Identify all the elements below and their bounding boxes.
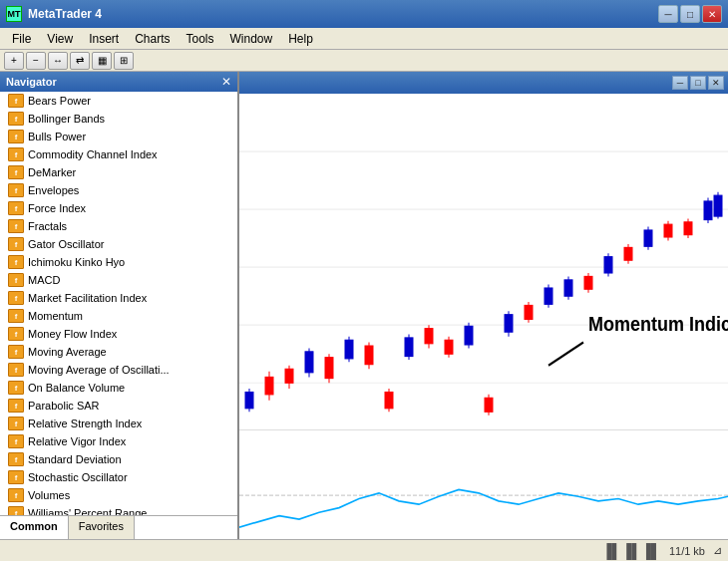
main-layout: Navigator ✕ fBears PowerfBollinger Bands… [0, 72, 728, 539]
toolbar-btn-1[interactable]: + [4, 52, 24, 70]
navigator-close-button[interactable]: ✕ [221, 76, 231, 88]
svg-rect-40 [465, 326, 473, 345]
nav-item[interactable]: fRelative Vigor Index [0, 432, 237, 450]
indicator-label: DeMarker [28, 166, 76, 178]
nav-item[interactable]: fDeMarker [0, 163, 237, 181]
nav-item[interactable]: fParabolic SAR [0, 397, 237, 415]
nav-item[interactable]: fEnvelopes [0, 181, 237, 199]
indicator-icon: f [8, 255, 24, 269]
svg-rect-20 [485, 398, 493, 412]
nav-item[interactable]: fFractals [0, 217, 237, 235]
inner-close-button[interactable]: ✕ [708, 76, 724, 90]
indicator-label: Money Flow Index [28, 328, 117, 340]
candle-chart: Momentum Indicator [239, 94, 728, 430]
indicator-icon: f [8, 219, 24, 233]
nav-item[interactable]: fMoney Flow Index [0, 325, 237, 343]
navigator-header: Navigator ✕ [0, 72, 237, 92]
menu-help[interactable]: Help [280, 30, 321, 48]
nav-item[interactable]: fCommodity Channel Index [0, 145, 237, 163]
nav-item[interactable]: fForce Index [0, 199, 237, 217]
svg-rect-24 [584, 276, 592, 289]
window-toolbar: + − ↔ ⇄ ▦ ⊞ [0, 50, 728, 72]
toolbar-btn-6[interactable]: ⊞ [114, 52, 134, 70]
indicator-label: Envelopes [28, 184, 79, 196]
indicator-label: Ichimoku Kinko Hyo [28, 256, 125, 268]
indicator-icon: f [8, 291, 24, 305]
inner-max-button[interactable]: □ [690, 76, 706, 90]
svg-rect-36 [345, 340, 353, 359]
close-button[interactable]: ✕ [702, 5, 722, 23]
indicator-label: Standard Deviation [28, 453, 122, 465]
indicator-icon: f [8, 273, 24, 287]
maximize-button[interactable]: □ [680, 5, 700, 23]
toolbar-btn-4[interactable]: ⇄ [70, 52, 90, 70]
indicator-icon: f [8, 417, 24, 430]
indicator-icon: f [8, 470, 24, 484]
menu-charts[interactable]: Charts [127, 30, 178, 48]
indicator-icon: f [8, 434, 24, 448]
toolbar-btn-3[interactable]: ↔ [48, 52, 68, 70]
svg-text:Momentum Indicator: Momentum Indicator [588, 312, 728, 336]
svg-rect-44 [545, 288, 552, 304]
nav-item[interactable]: fGator Oscillator [0, 235, 237, 253]
menu-bar: File View Insert Charts Tools Window Hel… [0, 28, 728, 50]
svg-rect-50 [644, 230, 652, 246]
indicator-icon: f [8, 112, 24, 126]
svg-rect-42 [505, 315, 513, 332]
indicator-icon: f [8, 147, 24, 161]
status-info: 11/1 kb [669, 545, 705, 557]
svg-rect-22 [525, 305, 533, 319]
nav-item[interactable]: fRelative Strength Index [0, 415, 237, 432]
svg-rect-6 [265, 377, 273, 394]
menu-insert[interactable]: Insert [81, 30, 127, 48]
nav-item[interactable]: fBears Power [0, 92, 237, 110]
inner-window-controls: ─ □ ✕ [672, 76, 724, 90]
svg-rect-10 [325, 358, 333, 379]
nav-item[interactable]: fBollinger Bands [0, 110, 237, 128]
tab-common[interactable]: Common [0, 516, 69, 539]
indicator-label: Relative Vigor Index [28, 435, 126, 447]
nav-item[interactable]: fMomentum [0, 307, 237, 325]
navigator-title: Navigator [6, 76, 57, 88]
nav-item[interactable]: fOn Balance Volume [0, 379, 237, 397]
svg-rect-16 [425, 329, 433, 344]
title-controls: ─ □ ✕ [658, 5, 722, 23]
svg-rect-48 [604, 257, 612, 273]
minimize-button[interactable]: ─ [658, 5, 678, 23]
nav-item[interactable]: fVolumes [0, 486, 237, 504]
candlestick-svg: Momentum Indicator [239, 94, 728, 429]
indicator-icon: f [8, 165, 24, 179]
menu-file[interactable]: File [4, 30, 39, 48]
nav-item[interactable]: fBulls Power [0, 128, 237, 145]
app-title: MetaTrader 4 [28, 7, 102, 21]
nav-item[interactable]: fMoving Average [0, 343, 237, 361]
inner-min-button[interactable]: ─ [672, 76, 688, 90]
nav-item[interactable]: fMACD [0, 271, 237, 289]
toolbar-btn-5[interactable]: ▦ [92, 52, 112, 70]
status-bar: ▐▌▐▌▐▌ 11/1 kb ⊿ [0, 539, 728, 561]
nav-item[interactable]: fWilliams' Percent Range [0, 504, 237, 515]
svg-rect-30 [684, 222, 692, 235]
menu-window[interactable]: Window [222, 30, 281, 48]
nav-item[interactable]: fMoving Average of Oscillati... [0, 361, 237, 379]
navigator-list[interactable]: fBears PowerfBollinger BandsfBulls Power… [0, 92, 237, 515]
indicator-label: Moving Average of Oscillati... [28, 364, 170, 376]
svg-rect-52 [704, 201, 712, 220]
indicator-icon: f [8, 506, 24, 515]
nav-item[interactable]: fStandard Deviation [0, 450, 237, 468]
indicator-label: Bollinger Bands [28, 113, 105, 125]
indicator-label: Bears Power [28, 95, 91, 107]
tab-favorites[interactable]: Favorites [69, 516, 135, 539]
navigator-panel: Navigator ✕ fBears PowerfBollinger Bands… [0, 72, 239, 539]
menu-tools[interactable]: Tools [179, 30, 222, 48]
svg-rect-54 [714, 195, 722, 216]
indicator-label: Commodity Channel Index [28, 148, 158, 160]
nav-item[interactable]: fIchimoku Kinko Hyo [0, 253, 237, 271]
nav-item[interactable]: fMarket Facilitation Index [0, 289, 237, 307]
nav-item[interactable]: fStochastic Oscillator [0, 468, 237, 486]
indicator-icon: f [8, 327, 24, 341]
app-icon: MT [6, 6, 22, 22]
toolbar-btn-2[interactable]: − [26, 52, 46, 70]
svg-rect-26 [624, 247, 632, 260]
menu-view[interactable]: View [39, 30, 81, 48]
